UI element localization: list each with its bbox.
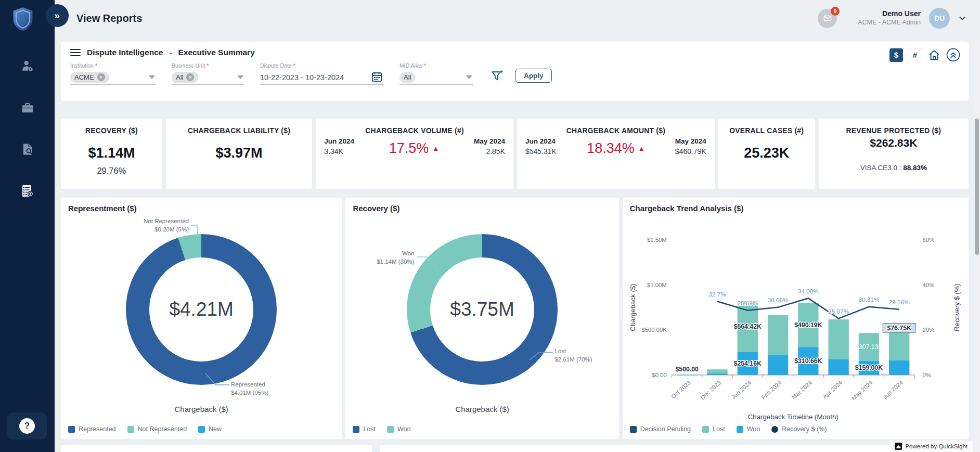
sidebar-item-view-reports[interactable] <box>19 182 36 200</box>
sidebar: ? <box>0 0 55 452</box>
report-toolbar: $ # <box>889 48 960 62</box>
donut-axis-label: Chargeback ($) <box>61 405 342 414</box>
filter-chip[interactable]: All <box>399 72 415 83</box>
current-period: Jun 2024 <box>525 137 557 145</box>
dispute-date-filter: Dispute Date * 10-22-2023 - 10-23-2024 <box>260 62 384 85</box>
callout-not-represented: Not Represented$0.20M (5%) <box>96 217 189 234</box>
legend-item[interactable]: New <box>198 425 222 433</box>
apply-button[interactable]: Apply <box>515 69 552 83</box>
collapse-panel-button[interactable] <box>946 48 960 62</box>
kpi-card-chargeback-amount[interactable]: CHARGEBACK AMOUNT ($) Jun 2024 $545.31K … <box>517 119 715 189</box>
legend-item[interactable]: Represented <box>68 425 116 433</box>
legend-label: Lost <box>363 425 376 433</box>
x-axis-tick: Jan 2024 <box>730 379 753 400</box>
avatar[interactable]: DU <box>929 8 950 29</box>
vertical-scrollbar[interactable] <box>974 41 980 452</box>
legend-item[interactable]: Recovery $ (%) <box>771 425 827 433</box>
legend-swatch <box>353 426 359 433</box>
clear-chip-icon[interactable]: ✕ <box>97 73 105 81</box>
legend-item[interactable]: Lost <box>353 425 376 433</box>
legend-swatch <box>737 426 743 433</box>
kpi-card-recovery[interactable]: RECOVERY ($) $1.14M 29.76% <box>61 119 162 189</box>
bar-segment[interactable] <box>828 319 848 359</box>
filter-chip[interactable]: All✕ <box>172 72 198 83</box>
chevron-down-icon[interactable] <box>958 14 966 22</box>
legend-swatch <box>630 426 637 433</box>
add-filter-button[interactable] <box>490 69 504 85</box>
report-group: Dispute Intelligence <box>87 48 163 57</box>
representment-donut[interactable]: $4.21M <box>126 234 277 385</box>
change-value: 17.5%▲ <box>389 140 439 157</box>
bar-label: $159.00K <box>855 364 883 371</box>
notification-badge: 0 <box>831 7 840 16</box>
bar-segment[interactable] <box>889 331 909 360</box>
currency-view-button[interactable]: $ <box>889 48 903 62</box>
legend-item[interactable]: Won <box>387 425 410 433</box>
menu-icon[interactable] <box>70 49 81 57</box>
bar-segment[interactable] <box>828 359 848 375</box>
legend-label: Won <box>747 425 760 433</box>
legend-item[interactable]: Not Represented <box>127 425 187 433</box>
shield-logo-icon <box>9 5 36 32</box>
kpi-compare-row: Jun 2024 $545.31K 18.34%▲ May 2024 $460.… <box>517 137 715 157</box>
legend-item[interactable]: Lost <box>702 425 725 433</box>
previous-period: May 2024 <box>474 137 505 145</box>
current-period: Jun 2024 <box>324 137 354 145</box>
notifications-button[interactable]: 0 <box>818 9 837 28</box>
mid-alias-dropdown[interactable]: All <box>399 70 473 85</box>
x-axis-tick: May 2024 <box>850 379 873 401</box>
representment-chart-panel: Representment ($) $4.21M Not Represented… <box>61 198 342 439</box>
scrollbar-thumb[interactable] <box>975 119 979 255</box>
legend-swatch <box>198 426 205 433</box>
legend-item[interactable]: Won <box>737 425 760 433</box>
date-range-value[interactable]: 10-22-2023 - 10-23-2024 <box>260 73 344 82</box>
kpi-card-chargeback-liability[interactable]: CHARGEBACK LIABILITY ($) $3.97M <box>166 119 312 189</box>
kpi-card-chargeback-volume[interactable]: CHARGEBACK VOLUME (#) Jun 2024 3.34K 17.… <box>316 119 513 189</box>
calendar-icon[interactable] <box>371 71 383 85</box>
report-title-row: Dispute Intelligence - Executive Summary <box>70 48 959 57</box>
bar-segment[interactable] <box>707 369 727 373</box>
left-axis-title: Chargeback ($) <box>629 283 637 331</box>
bar-segment[interactable] <box>768 355 788 375</box>
count-view-button[interactable]: # <box>908 48 922 62</box>
charts-row: Representment ($) $4.21M Not Represented… <box>61 198 969 439</box>
dropdown-caret-icon[interactable] <box>466 75 472 79</box>
institution-dropdown[interactable]: ACME✕ <box>70 70 156 85</box>
bar-segment[interactable] <box>768 315 788 355</box>
previous-period: May 2024 <box>675 137 706 145</box>
dispute-date-field[interactable]: 10-22-2023 - 10-23-2024 <box>260 70 384 85</box>
bar-segment[interactable] <box>707 373 727 374</box>
sidebar-item-document-review[interactable] <box>19 140 36 158</box>
line-point-label: 25.07% <box>828 308 849 315</box>
bar-segment[interactable] <box>677 375 697 376</box>
kpi-card-revenue-protected[interactable]: REVENUE PROTECTED ($) $262.83K VISA CE3.… <box>819 119 969 189</box>
donut-hole: $3.75M <box>430 257 534 361</box>
sidebar-expand-button[interactable]: » <box>46 4 69 27</box>
recovery-donut[interactable]: $3.75M <box>407 234 558 385</box>
sidebar-item-cases[interactable] <box>19 99 36 117</box>
line-point-label: 32.7% <box>708 291 726 298</box>
legend-label: Lost <box>713 425 725 433</box>
help-button[interactable]: ? <box>7 412 47 440</box>
trend-chart-svg[interactable]: $0.00$500.00K$1.00M$1.50M0%20%40%60%$500… <box>627 216 964 423</box>
business-unit-dropdown[interactable]: All✕ <box>172 70 244 85</box>
callout-lost: Lost$2.61M (70%) <box>555 347 612 364</box>
filter-chip[interactable]: ACME✕ <box>70 72 109 83</box>
legend-item[interactable]: Decision Pending <box>630 425 691 433</box>
kpi-card-overall-cases[interactable]: OVERALL CASES (#) 25.23K <box>718 119 815 189</box>
legend-label: Won <box>397 425 410 433</box>
sidebar-item-user-management[interactable] <box>19 57 36 75</box>
previous-value: 2.85K <box>474 147 505 156</box>
home-button[interactable] <box>927 48 941 62</box>
line-point-label: 29.16% <box>888 299 910 306</box>
current-period-block: Jun 2024 3.34K <box>324 137 354 156</box>
dropdown-caret-icon[interactable] <box>149 75 155 79</box>
bar-segment[interactable] <box>889 360 909 375</box>
recovery-chart-panel: Recovery ($) $3.75M Won$1.14M (30%) Lost… <box>345 198 618 439</box>
clear-chip-icon[interactable]: ✕ <box>186 73 194 81</box>
chargeback-trend-panel: Chargeback Trend Analysis ($) $0.00$500.… <box>623 198 969 439</box>
visa-value: 88.83% <box>903 164 927 172</box>
legend-label: Not Represented <box>138 425 187 433</box>
dropdown-caret-icon[interactable] <box>237 75 243 79</box>
app-logo[interactable] <box>0 0 44 32</box>
